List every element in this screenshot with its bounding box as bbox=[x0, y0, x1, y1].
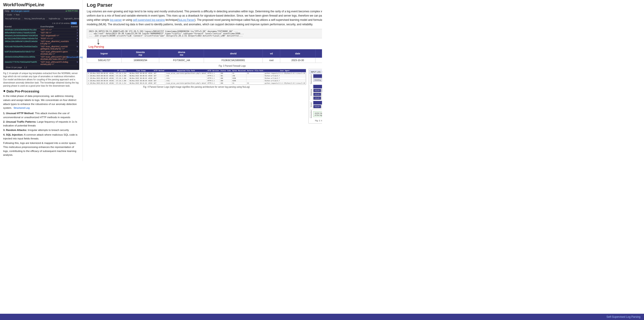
log-parser-link[interactable]: log parser bbox=[110, 18, 122, 22]
ide-file-tabs: NuLogParser.py NuLog_benchmark.py logloa… bbox=[3, 17, 79, 20]
nulog-panel: INPUT LOG: Deleting instance /var/lib/no… bbox=[308, 69, 322, 124]
col-eventtemplate: EventTemplate bbox=[40, 26, 69, 28]
slcol-path: Requested File Path bbox=[165, 69, 207, 72]
masking-section: Masking MASKING <CLS> <MASK> instance /v… bbox=[310, 85, 322, 100]
ide-tab-4[interactable]: logmatch_demo.py bbox=[62, 17, 79, 20]
log-parsing-label: Log Parsing bbox=[87, 45, 322, 48]
slcol-ts: Time Stamp bbox=[129, 69, 153, 72]
model-masking-title: MASKING bbox=[313, 101, 322, 105]
left-panel: WorkFlow/PipeLine Help All changes saved… bbox=[0, 0, 83, 161]
fig3-caption: Fig: 3 Parsed Firewall Logs bbox=[87, 65, 322, 67]
deleting-token: Deleting bbox=[322, 93, 322, 96]
table-row: 2eee4317776791793d1ba00d70a83f3 "GET /sc… bbox=[5, 61, 78, 66]
mask-row-1: <CLS> <MASK> instance /var/lib/nova/inst… bbox=[313, 89, 322, 92]
slcol-ip: IP Address bbox=[115, 69, 129, 72]
ide-table: 1 to 10 of 16 entries Filter EventId Eve… bbox=[3, 20, 79, 70]
ide-tab-3[interactable]: logloader.py bbox=[47, 17, 62, 20]
slcol-status: Status Code bbox=[220, 69, 232, 72]
slcol-agent: User Agent bbox=[264, 69, 306, 72]
raw-log-line-1: 2023-10-30T23:56:11.890671+05:30 172.26.… bbox=[89, 30, 322, 33]
ide-menubar: Help All changes saved ▲ RAM ▼ Disk bbox=[3, 10, 79, 13]
slcol-ref: Referer File Path bbox=[246, 69, 264, 72]
parsed-firewall-table: logver timestamp devname devid vd date t… bbox=[87, 49, 322, 63]
slcol-bytes: Bytes Received bbox=[232, 69, 246, 72]
token-deleting: Deleting bbox=[313, 78, 322, 82]
tokenization-section: Tokenization TOKENIZATION Deleting insta… bbox=[310, 74, 322, 84]
cls-token3: <CLS> bbox=[313, 96, 321, 100]
table-row: 0 [05/Nov/2023:00:00:02 +0530] 172.26.3.… bbox=[87, 72, 306, 75]
arrow-head bbox=[97, 43, 100, 45]
extraction-vector: vector representationof the log bbox=[313, 111, 322, 117]
filter-button[interactable]: Filter bbox=[71, 22, 77, 24]
table-row: 506141727 1698690294 FGT3600C_HA FG3K6C3… bbox=[87, 58, 322, 63]
log-parser-description: Log volumes are ever-growing and logs te… bbox=[87, 10, 322, 27]
col-eventid2: EventId bbox=[69, 26, 78, 28]
ide-help[interactable]: Help bbox=[5, 10, 10, 12]
server-log-section: log IP Address Time Stamp HTTP Method Re… bbox=[87, 69, 306, 124]
attack-3: 3. Random Attacks: Irregular attempts to… bbox=[3, 128, 80, 132]
col-time: time bbox=[315, 49, 322, 58]
table-row: dfdfa43f6d937e360c27da0d51520d5 "GET /rb… bbox=[5, 31, 78, 34]
raw-log-line-3: ... .133 srcport=30390 srcintf="LLB- Con… bbox=[89, 35, 322, 37]
nulog-link[interactable]: NuLog Parser bbox=[178, 18, 194, 22]
deleting-token2: Deleting bbox=[322, 96, 322, 100]
extraction-content: vector representationof the log → genera… bbox=[313, 110, 322, 118]
cls-token: <CLS> bbox=[313, 89, 321, 92]
col-vd: vd bbox=[263, 49, 280, 58]
ide-save-link[interactable]: All changes saved bbox=[11, 10, 29, 12]
extraction-side-label: Extraction bbox=[310, 110, 312, 118]
table-row: 2882ec1b6c3d89c967c20842f1349cb9 "GET /s… bbox=[5, 40, 78, 45]
workflow-title: WorkFlow/PipeLine bbox=[3, 2, 80, 8]
log-parsing-arrow bbox=[87, 39, 322, 45]
arrow-line bbox=[98, 39, 98, 43]
masking-side-label: Masking bbox=[310, 85, 312, 100]
table-row: 1 [05/Nov/2023:00:00:03 +0530] 172.26.3.… bbox=[87, 75, 306, 77]
raw-log-box: 2023-10-30T23:56:11.890671+05:30 172.26.… bbox=[87, 29, 322, 38]
tokenization-content: TOKENIZATION Deleting instance /var/lib/… bbox=[313, 74, 322, 84]
model-content: MASKING <CLS> Deleting instance <*> bbox=[313, 101, 322, 109]
fig2-caption: Fig 2: A sample of unique log templates … bbox=[3, 72, 80, 88]
slcol-ver: HTTP Version bbox=[207, 69, 220, 72]
server-log-inner: log IP Address Time Stamp HTTP Method Re… bbox=[87, 69, 306, 85]
slcol-log: log bbox=[87, 69, 115, 72]
nulog-input-text: Deleting instance /var/lib/nova/instance… bbox=[322, 71, 322, 73]
attack-2: 2. Unusual Traffic Patterns: Large feque… bbox=[3, 120, 80, 128]
col-logver: logver bbox=[87, 49, 122, 58]
masking-content: MASKING <CLS> <MASK> instance /var/lib/n… bbox=[313, 85, 322, 100]
model-section: Model MASKING <CLS> Deleting instance <*… bbox=[310, 101, 322, 109]
model-deleting: Deleting bbox=[322, 105, 322, 108]
ide-tab-1[interactable]: NuLogParser.py bbox=[3, 17, 22, 20]
structured-log-inline-label: Structured Log bbox=[14, 107, 30, 109]
ide-ram-indicator: ▲ RAM ▼ Disk bbox=[65, 10, 78, 12]
ide-tab-nulogparser[interactable]: + Code + Text bbox=[3, 13, 22, 17]
ide-tabs: + Code + Text bbox=[3, 13, 79, 17]
nulog-divider bbox=[310, 109, 322, 110]
model-output-row: <CLS> Deleting instance <*> bbox=[313, 105, 322, 108]
attack-4: 4. SQL Injection: A common attack where … bbox=[3, 133, 80, 141]
mask-token: <MASK> bbox=[322, 89, 322, 92]
ide-table-header: EventId EventTemplate EventId bbox=[5, 25, 78, 29]
extraction-section: Extraction vector representationof the l… bbox=[310, 110, 322, 118]
log-parser-title: Log Parser bbox=[87, 2, 322, 8]
nulog-fig-caption: Fig: 2: Instance of parsing of a single … bbox=[310, 119, 322, 122]
slcol-method: HTTP Method bbox=[153, 69, 165, 72]
table-row: f42614ab7062da40f4125e65de33ad2a "GET /s… bbox=[5, 45, 78, 50]
token-row: Deleting instance /var/lib/nova/instance… bbox=[313, 78, 322, 82]
col-eventid: EventId bbox=[5, 26, 40, 28]
table-row: 9e75d12246cf25b3180be47dcb46e7b4 "POST <… bbox=[5, 37, 78, 40]
table-row: 4 [05/Nov/2023:00:01:02 +0530] 172.26.3.… bbox=[87, 82, 306, 84]
table-row: d06a5e5128c58090d08eb6763638f1b6 "GET /a… bbox=[5, 34, 78, 37]
preprocessing-bottom: Following this, logs are tokenized & map… bbox=[3, 141, 80, 157]
masking-title: MASKING bbox=[313, 85, 322, 88]
table-row: 2 [05/Nov/2023:00:00:03 +0530] 172.26.3.… bbox=[87, 77, 306, 80]
model-cls: <CLS> bbox=[313, 105, 321, 108]
self-supervised-link[interactable]: self-supervised log parsing bbox=[133, 18, 165, 22]
nulog-input-box: INPUT LOG: Deleting instance /var/lib/no… bbox=[310, 70, 322, 74]
table-row: bcbf72fc620fa9efc9cf337d9cf27727 "GET /s… bbox=[5, 50, 78, 56]
ide-tab-2[interactable]: NuLog_benchmark.py bbox=[22, 17, 47, 20]
table-row: 9869f0abc1dcfe3d4b8fd8d3578c10b0 "GET <*… bbox=[5, 29, 78, 31]
cls-token2: <CLS> bbox=[313, 93, 321, 96]
section-title: ● Data Pre-Processing bbox=[3, 89, 80, 93]
attack-1: 1. Unusual HTTP Method: This attack invo… bbox=[3, 111, 80, 119]
server-log-table: log IP Address Time Stamp HTTP Method Re… bbox=[87, 69, 306, 85]
